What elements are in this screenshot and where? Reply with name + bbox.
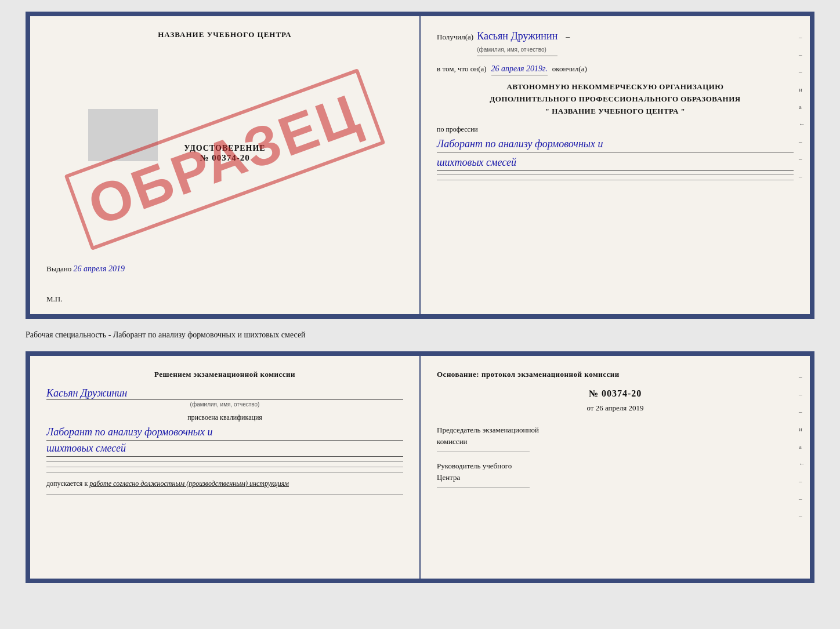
top-left-panel: НАЗВАНИЕ УЧЕБНОГО ЦЕНТРА ОБРАЗЕЦ УДОСТОВ… bbox=[30, 16, 421, 314]
bottom-right-panel: Основание: протокол экзаменационной коми… bbox=[421, 356, 810, 579]
bottom-document-card: Решением экзаменационной комиссии Касьян… bbox=[26, 351, 814, 583]
recipient-name: Касьян Дружинин (фамилия, имя, отчество) bbox=[477, 30, 557, 56]
profession-line2: шихтовых смесей bbox=[437, 155, 794, 171]
qualification-line2: шихтовых смесей bbox=[46, 441, 403, 457]
protokol-number: № 00374-20 bbox=[437, 388, 794, 399]
dopuskaetsya-line: допускается к работе согласно должностны… bbox=[46, 479, 403, 488]
completion-date: 26 апреля 2019г. bbox=[491, 64, 548, 75]
predsedatel-line2: комиссии bbox=[437, 436, 794, 448]
top-document-card: НАЗВАНИЕ УЧЕБНОГО ЦЕНТРА ОБРАЗЕЦ УДОСТОВ… bbox=[26, 12, 814, 319]
prisvoena-label: присвоена квалификация bbox=[46, 413, 403, 422]
bottom-right-edge-marks: – – – и а ← – – – bbox=[799, 373, 805, 519]
org-line1: АВТОНОМНУЮ НЕКОММЕРЧЕСКУЮ ОРГАНИЗАЦИЮ bbox=[437, 81, 794, 93]
profession-line1: Лаборант по анализу формовочных и bbox=[437, 136, 794, 152]
org-line3: " НАЗВАНИЕ УЧЕБНОГО ЦЕНТРА " bbox=[437, 106, 794, 118]
name-subtitle: (фамилия, имя, отчество) bbox=[477, 46, 546, 53]
ot-date: от 26 апреля 2019 bbox=[437, 403, 794, 413]
osnovanie-title: Основание: протокол экзаменационной коми… bbox=[437, 370, 794, 379]
dopuskaetsya-work: работе согласно должностным (производств… bbox=[89, 479, 289, 488]
poluchil-label: Получил(а) bbox=[437, 32, 473, 42]
top-title: НАЗВАНИЕ УЧЕБНОГО ЦЕНТРА bbox=[46, 30, 403, 39]
predsedatel-line1: Председатель экзаменационной bbox=[437, 424, 794, 436]
okonchil-label: окончил(а) bbox=[552, 64, 587, 74]
bottom-fio-line: Касьян Дружинин bbox=[46, 387, 403, 400]
organization-block: АВТОНОМНУЮ НЕКОММЕРЧЕСКУЮ ОРГАНИЗАЦИЮ ДО… bbox=[437, 81, 794, 117]
dopuskaetsya-label: допускается к bbox=[46, 479, 88, 488]
po-professii-label: по профессии bbox=[437, 125, 794, 134]
resheniem-title: Решением экзаменационной комиссии bbox=[46, 370, 403, 379]
predsedatel-signature bbox=[437, 452, 530, 452]
rukovoditel-block: Руководитель учебного Центра bbox=[437, 460, 794, 488]
bottom-left-panel: Решением экзаменационной комиссии Касьян… bbox=[30, 356, 421, 579]
signature-line-1 bbox=[46, 461, 403, 462]
right-edge-marks: – – – и а ← – – – bbox=[799, 34, 805, 180]
ot-label: от bbox=[586, 403, 593, 412]
signature-line-3 bbox=[46, 472, 403, 472]
vydano-label: Выдано bbox=[46, 264, 71, 273]
vtom-line: в том, что он(а) 26 апреля 2019г. окончи… bbox=[437, 64, 794, 75]
top-right-panel: Получил(а) Касьян Дружинин (фамилия, имя… bbox=[421, 16, 810, 314]
photo-placeholder bbox=[88, 109, 158, 161]
org-line2: ДОПОЛНИТЕЛЬНОГО ПРОФЕССИОНАЛЬНОГО ОБРАЗО… bbox=[437, 93, 794, 106]
predsedatel-block: Председатель экзаменационной комиссии bbox=[437, 424, 794, 452]
rukovoditel-signature bbox=[437, 488, 530, 488]
rukovoditel-line1: Руководитель учебного bbox=[437, 460, 794, 472]
protokol-date: 26 апреля 2019 bbox=[596, 403, 644, 412]
separator-label: Рабочая специальность - Лаборант по анал… bbox=[26, 328, 814, 342]
vtom-label: в том, что он(а) bbox=[437, 64, 487, 74]
signature-line-2 bbox=[46, 467, 403, 467]
bottom-recipient-name: Касьян Дружинин bbox=[46, 387, 127, 399]
vydano-date: 26 апреля 2019 bbox=[74, 264, 125, 273]
bottom-fio-subtitle: (фамилия, имя, отчество) bbox=[46, 401, 403, 408]
signature-line-4 bbox=[46, 494, 403, 495]
rukovoditel-line2: Центра bbox=[437, 472, 794, 483]
mp-label: М.П. bbox=[46, 294, 62, 304]
poluchil-line: Получил(а) Касьян Дружинин (фамилия, имя… bbox=[437, 30, 794, 56]
vydano-line: Выдано 26 апреля 2019 bbox=[46, 264, 125, 274]
qualification-line1: Лаборант по анализу формовочных и bbox=[46, 424, 403, 441]
